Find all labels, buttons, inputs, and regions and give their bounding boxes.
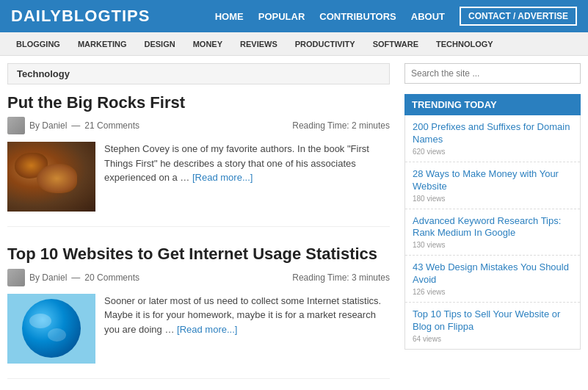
dash-1: — — [71, 120, 80, 131]
article-2-excerpt: Sooner or later most of us need to colle… — [104, 295, 381, 335]
trending-item-5[interactable]: Top 10 Tips to Sell Your Website or Blog… — [405, 303, 580, 349]
subnav-reviews[interactable]: REVIEWS — [231, 32, 286, 55]
article-2-body: Sooner or later most of us need to colle… — [7, 294, 390, 364]
subnav-technology[interactable]: TECHNOLOGY — [427, 32, 502, 55]
subnav-productivity[interactable]: PRODUCTIVITY — [286, 32, 364, 55]
article-2-read-more[interactable]: [Read more...] — [177, 324, 237, 335]
article-1-image — [7, 142, 95, 212]
subnav-software[interactable]: SOFTWARE — [364, 32, 427, 55]
trending-item-3-title: Advanced Keyword Research Tips: Rank Med… — [413, 215, 573, 240]
article-1-comments[interactable]: 21 Comments — [84, 120, 139, 131]
dash-2: — — [71, 272, 80, 283]
article-2-text: Sooner or later most of us need to colle… — [104, 294, 390, 364]
article-1-text: Stephen Covey is one of my favorite auth… — [104, 142, 390, 212]
site-header: DAILYBLOGTIPS HOME POPULAR CONTRIBUTORS … — [0, 0, 588, 32]
globe-image — [7, 294, 95, 364]
trending-item-5-title: Top 10 Tips to Sell Your Website or Blog… — [413, 308, 573, 333]
subnav-money[interactable]: MONEY — [184, 32, 231, 55]
article-1-title[interactable]: Put the Big Rocks First — [7, 93, 390, 112]
article-1-meta: By Daniel — 21 Comments Reading Time: 2 … — [7, 117, 390, 134]
article-1: Put the Big Rocks First By Daniel — 21 C… — [7, 93, 390, 227]
trending-item-1-views: 620 views — [413, 148, 573, 156]
trending-item-3-views: 130 views — [413, 241, 573, 249]
article-1-body: Stephen Covey is one of my favorite auth… — [7, 142, 390, 212]
main-content: Technology Put the Big Rocks First By Da… — [7, 63, 404, 390]
article-2-meta: By Daniel — 20 Comments Reading Time: 3 … — [7, 269, 390, 286]
trending-item-4[interactable]: 43 Web Design Mistakes You Should Avoid … — [405, 256, 580, 303]
trending-item-1-title: 200 Prefixes and Suffixes for Domain Nam… — [413, 121, 573, 146]
site-logo[interactable]: DAILYBLOGTIPS — [11, 7, 150, 26]
contact-advertise-button[interactable]: CONTACT / ADVERTISE — [460, 7, 577, 26]
article-2: Top 10 Websites to Get Internet Usage St… — [7, 245, 390, 378]
avatar-2 — [7, 269, 25, 286]
subnav-marketing[interactable]: MARKETING — [69, 32, 136, 55]
main-navigation: HOME POPULAR CONTRIBUTORS ABOUT CONTACT … — [215, 7, 577, 26]
article-2-author: By Daniel — [29, 272, 67, 283]
article-1-read-more[interactable]: [Read more...] — [192, 172, 253, 183]
search-input[interactable] — [404, 63, 581, 84]
sub-navigation: BLOGGING MARKETING DESIGN MONEY REVIEWS … — [0, 32, 588, 56]
article-1-meta-left: By Daniel — 21 Comments — [7, 117, 139, 134]
nav-home[interactable]: HOME — [215, 11, 244, 22]
article-2-comments[interactable]: 20 Comments — [84, 272, 139, 283]
avatar-1 — [7, 117, 25, 134]
trending-item-2[interactable]: 28 Ways to Make Money with Your Website … — [405, 162, 580, 209]
content-wrapper: Technology Put the Big Rocks First By Da… — [0, 56, 588, 390]
article-2-reading-time: Reading Time: 3 minutes — [292, 272, 390, 283]
article-2-meta-left: By Daniel — 20 Comments — [7, 269, 139, 286]
trending-item-2-title: 28 Ways to Make Money with Your Website — [413, 168, 573, 193]
trending-item-2-views: 180 views — [413, 195, 573, 203]
nav-contributors[interactable]: CONTRIBUTORS — [319, 11, 396, 22]
nav-about[interactable]: ABOUT — [411, 11, 445, 22]
trending-header: TRENDING TODAY — [404, 94, 581, 115]
article-1-reading-time: Reading Time: 2 minutes — [292, 120, 390, 131]
rocks-image — [7, 142, 95, 212]
trending-item-5-views: 64 views — [413, 335, 573, 343]
breadcrumb: Technology — [7, 63, 390, 84]
trending-item-4-views: 126 views — [413, 288, 573, 296]
trending-item-1[interactable]: 200 Prefixes and Suffixes for Domain Nam… — [405, 115, 580, 162]
article-1-author: By Daniel — [29, 120, 67, 131]
sidebar: TRENDING TODAY 200 Prefixes and Suffixes… — [404, 63, 581, 390]
trending-item-3[interactable]: Advanced Keyword Research Tips: Rank Med… — [405, 209, 580, 256]
globe-circle — [22, 299, 81, 358]
trending-list: 200 Prefixes and Suffixes for Domain Nam… — [404, 115, 581, 350]
trending-item-4-title: 43 Web Design Mistakes You Should Avoid — [413, 261, 573, 286]
subnav-blogging[interactable]: BLOGGING — [7, 32, 69, 55]
article-2-image — [7, 294, 95, 364]
nav-popular[interactable]: POPULAR — [258, 11, 305, 22]
subnav-design[interactable]: DESIGN — [136, 32, 184, 55]
article-2-title[interactable]: Top 10 Websites to Get Internet Usage St… — [7, 245, 390, 264]
